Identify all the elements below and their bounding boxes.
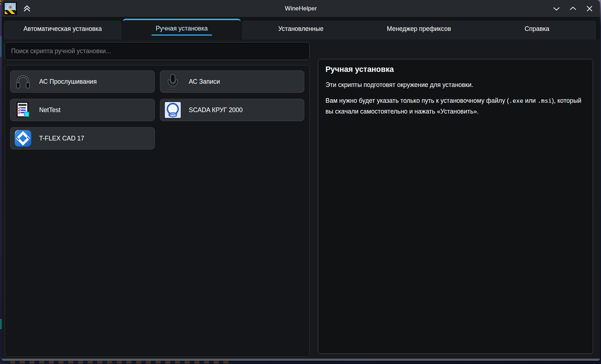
app-icon[interactable] [4, 2, 17, 15]
close-x-icon [586, 5, 593, 13]
search-input[interactable] [5, 42, 310, 60]
script-label: T-FLEX CAD 17 [39, 135, 84, 142]
headphones-icon [15, 73, 31, 90]
script-label: АС Прослушивания [39, 78, 97, 86]
minimize-button[interactable] [553, 5, 560, 13]
script-card-as-zapisi[interactable]: АС Записи [160, 70, 305, 93]
info-paragraph-1: Эти скрипты подготовят окружение для уст… [325, 80, 586, 91]
script-card-nettest[interactable]: NetTest [10, 99, 155, 121]
tab-bar: Автоматическая установка Ручная установк… [2, 17, 600, 40]
msi-extension: .msi [537, 97, 552, 104]
titlebar: WineHelper [2, 0, 600, 17]
info-panel: Ручная установка Эти скрипты подготовят … [318, 59, 593, 354]
maximize-button[interactable] [569, 5, 577, 13]
window-title: WineHelper [2, 5, 600, 12]
chevron-up-icon [569, 5, 577, 13]
script-label: АС Записи [189, 78, 220, 86]
hazard-stripes [5, 10, 16, 14]
desktop-fragment-terminal-text [10, 361, 233, 364]
tab-prefix-manager[interactable]: Менеджер префиксов [360, 20, 478, 40]
script-card-as-proslushivaniya[interactable]: АС Прослушивания [10, 70, 155, 93]
info-paragraph-2-part1: Вам нужно будет указать только путь к ус… [325, 97, 509, 104]
tab-help[interactable]: Справка [478, 20, 596, 40]
script-card-scada-krug[interactable]: КРУГ SCADA КРУГ 2000 [160, 99, 305, 121]
chevron-down-icon [553, 5, 560, 13]
double-chevron-up-icon [22, 5, 32, 13]
close-button[interactable] [586, 5, 593, 13]
document-checklist-icon [15, 102, 31, 118]
scripts-panel: АС Прослушивания АС Записи [5, 65, 310, 357]
krug-globe-icon: КРУГ [165, 102, 181, 118]
info-heading: Ручная установка [325, 65, 586, 74]
content-area: АС Прослушивания АС Записи [2, 40, 600, 359]
window-controls [553, 5, 600, 13]
script-card-tflex[interactable]: T-FLEX CAD 17 [10, 127, 155, 149]
tab-manual-install[interactable]: Ручная установка [123, 19, 241, 40]
script-label: SCADA КРУГ 2000 [189, 106, 243, 114]
microphone-icon [165, 73, 181, 90]
tab-installed[interactable]: Установленные [242, 20, 360, 40]
keep-above-button[interactable] [22, 5, 32, 13]
info-paragraph-2: Вам нужно будет указать только путь к ус… [325, 96, 586, 117]
info-paragraph-2-part2: или [523, 97, 538, 104]
tab-auto-install[interactable]: Автоматическая установка [4, 20, 122, 40]
tflex-diamond-icon [15, 130, 31, 147]
desktop-fragment-hazard [0, 0, 1, 4]
svg-text:КРУГ: КРУГ [169, 113, 177, 116]
tab-group: Установленные Менеджер префиксов Справка [242, 20, 596, 40]
exe-extension: .exe [509, 97, 523, 104]
script-label: NetTest [39, 106, 60, 114]
winehelper-window: WineHelper Автоматическая установка [2, 0, 600, 361]
